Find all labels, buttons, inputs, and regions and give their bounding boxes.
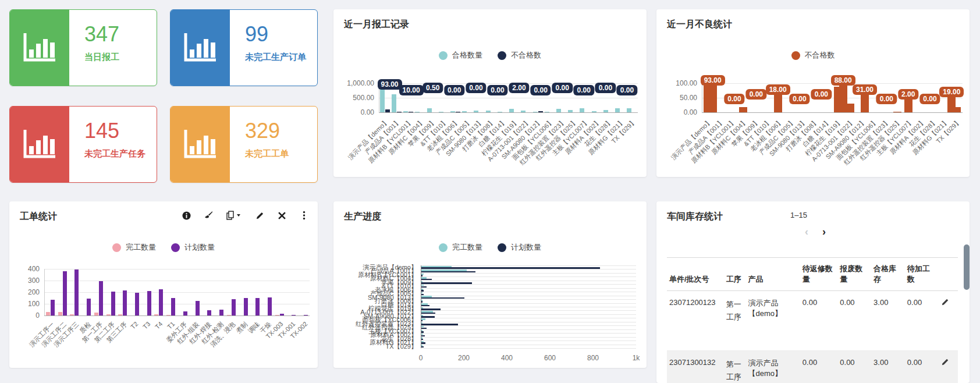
table-cell: 3.00 bbox=[871, 291, 905, 351]
gridline bbox=[421, 281, 636, 281]
column-header: 产品 bbox=[746, 258, 800, 291]
bar-计划数量 bbox=[196, 301, 200, 315]
gridline bbox=[421, 322, 636, 322]
kpi-value: 347 bbox=[84, 23, 157, 46]
pagination-range: 1–15 bbox=[790, 211, 807, 219]
column-header: 单件/批次号 bbox=[667, 258, 724, 291]
edit-row-pencil-icon[interactable] bbox=[939, 351, 958, 383]
bar-合格数量 bbox=[439, 112, 443, 113]
bar-合格数量 bbox=[509, 109, 514, 113]
value-badge: 0.00 bbox=[919, 94, 940, 104]
bar-完工数量 bbox=[70, 314, 74, 315]
x-axis-tick: 0 bbox=[409, 354, 432, 362]
bar-计划数量 bbox=[421, 297, 464, 299]
kpi-label: 未完工生产任务 bbox=[84, 148, 157, 159]
bar-计划数量 bbox=[219, 310, 223, 315]
bar-计划数量 bbox=[111, 292, 115, 315]
y-axis-line bbox=[702, 83, 702, 112]
bar-计划数量 bbox=[421, 320, 422, 321]
bar-计划数量 bbox=[87, 299, 91, 315]
gridline bbox=[421, 337, 636, 338]
bar-计划数量 bbox=[421, 282, 472, 283]
bar-完工数量 bbox=[106, 314, 111, 315]
gridline bbox=[421, 292, 636, 292]
bar-合格数量 bbox=[533, 112, 538, 113]
gridline bbox=[421, 345, 636, 345]
value-badge: 0.00 bbox=[789, 94, 809, 104]
bar-计划数量 bbox=[421, 305, 429, 306]
gridline bbox=[421, 341, 636, 341]
bar-完工数量 bbox=[58, 312, 62, 315]
bar-合格数量 bbox=[580, 108, 584, 113]
bar-完工数量 bbox=[94, 313, 98, 315]
bar-计划数量 bbox=[51, 300, 55, 315]
bar-合格数量 bbox=[486, 111, 491, 112]
bar-stem bbox=[861, 95, 869, 112]
value-badge: 2.00 bbox=[509, 83, 529, 93]
bar-计划数量 bbox=[292, 315, 296, 315]
next-page-icon[interactable]: › bbox=[822, 227, 826, 236]
y-axis-tick: 1,000.00 bbox=[333, 79, 374, 87]
bar-计划数量 bbox=[421, 279, 432, 280]
bar-合格数量 bbox=[521, 111, 525, 112]
bar-计划数量 bbox=[244, 298, 248, 315]
kpi-card-open-workorders: 329 未完工工单 bbox=[170, 106, 318, 183]
vertical-scrollbar[interactable] bbox=[964, 244, 970, 290]
table-cell: 0.00 bbox=[800, 351, 837, 383]
value-badge: 0.00 bbox=[466, 83, 486, 93]
x-axis-tick: 600 bbox=[538, 354, 562, 362]
kpi-label: 当日报工 bbox=[84, 52, 157, 63]
bar-stem bbox=[904, 100, 912, 112]
card-monthly-report-chart: 近一月报工记录 合格数量不合格数 1,000.00500.000.00演示产品【… bbox=[333, 9, 647, 177]
bar-合格数量 bbox=[403, 111, 408, 112]
gridline bbox=[421, 307, 636, 307]
bar-计划数量 bbox=[421, 335, 425, 336]
table-cell: 3.00 bbox=[871, 351, 905, 383]
bar-合格数量 bbox=[474, 111, 478, 112]
progress-chart-plot: 演示产品【demo】产成品A【001】原材料B【YCL001】原材料C【004】… bbox=[333, 201, 647, 368]
kpi-label: 未完工工单 bbox=[245, 148, 317, 159]
card-title: 车间库存统计 bbox=[667, 211, 723, 223]
report-chart-plot: 1,000.00500.000.00演示产品【demo】产成品A【001】原材料… bbox=[333, 9, 647, 177]
table-cell: 0.00 bbox=[800, 291, 837, 351]
bar-不合格数 bbox=[893, 112, 901, 112]
bar-计划数量 bbox=[421, 286, 427, 288]
edit-row-pencil-icon[interactable] bbox=[939, 291, 958, 351]
kpi-value: 329 bbox=[245, 119, 317, 143]
bar-不合格数 bbox=[456, 112, 460, 112]
bar-stem bbox=[774, 95, 782, 112]
value-badge: 18.00 bbox=[766, 84, 790, 95]
bar-不合格数 bbox=[385, 109, 390, 112]
bar-计划数量 bbox=[63, 271, 67, 315]
gridline bbox=[421, 296, 636, 296]
bar-合格数量 bbox=[545, 112, 549, 112]
bar-chart-icon bbox=[171, 10, 230, 86]
y-axis-tick: 100 bbox=[9, 300, 40, 308]
kpi-card-open-orders: 99 未完工生产订单 bbox=[170, 9, 318, 86]
gridline bbox=[421, 329, 636, 330]
x-axis-tick: 800 bbox=[581, 354, 605, 362]
y-axis-tick: 0.00 bbox=[333, 108, 374, 116]
bar-合格数量 bbox=[603, 110, 608, 113]
bar-计划数量 bbox=[207, 310, 211, 315]
y-axis-tick: 0.00 bbox=[656, 108, 697, 116]
bar-合格数量 bbox=[392, 94, 396, 112]
bar-计划数量 bbox=[74, 269, 79, 315]
bar-计划数量 bbox=[421, 324, 458, 325]
bar-合格数量 bbox=[462, 111, 467, 112]
bar-合格数量 bbox=[450, 111, 455, 113]
bar-完工数量 bbox=[46, 312, 50, 315]
bar-计划数量 bbox=[421, 308, 441, 310]
bar-不合格数 bbox=[739, 107, 747, 112]
bar-不合格数 bbox=[409, 112, 413, 112]
value-badge: 88.00 bbox=[831, 75, 855, 86]
bar-计划数量 bbox=[421, 301, 422, 302]
bar-计划数量 bbox=[123, 290, 127, 315]
gridline bbox=[421, 276, 636, 277]
bar-计划数量 bbox=[421, 346, 424, 347]
value-badge: 31.00 bbox=[853, 84, 877, 95]
prev-page-icon[interactable]: ‹ bbox=[805, 227, 808, 236]
bar-chart-icon bbox=[171, 107, 230, 182]
kpi-value: 99 bbox=[245, 23, 317, 46]
gridline bbox=[421, 348, 636, 349]
